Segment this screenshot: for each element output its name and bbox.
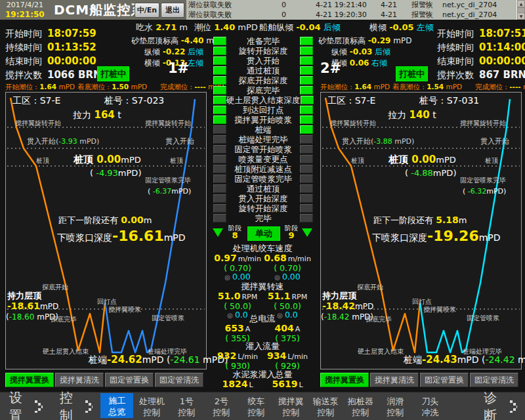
alarm-row[interactable]: 潮位获取失败04-21 19:20:304-21报警恢net.yc_di_270… <box>186 10 525 20</box>
status-cell-left <box>213 106 226 114</box>
meter-value: 934 <box>267 350 286 361</box>
status-cell-right <box>301 96 314 104</box>
pipe-clean-button[interactable]: 固定管清洗 <box>155 373 203 387</box>
meter-unit: A <box>295 325 301 333</box>
status-row: 完毕 <box>210 213 315 223</box>
chart-annotation: 贯入开始(-3.93 mPD) <box>27 136 99 146</box>
status-label: 固定管开始喷浆 <box>226 144 300 154</box>
nav-tab-line1: 绞车 <box>242 396 270 407</box>
nav-tab-抱桩器控制[interactable]: 抱桩器控制 <box>344 395 377 419</box>
nav-tab-施工总览[interactable]: 施工总览 <box>100 393 133 418</box>
meter-main-left: 0.97m/min <box>213 253 262 264</box>
pile-end-unit: mPD <box>457 354 479 365</box>
exit-button[interactable]: 退出 <box>161 3 184 18</box>
single-mode-button[interactable]: 单动 <box>247 226 280 241</box>
meter-values: 51.0RPM51.1RPM <box>210 291 315 302</box>
meter-setpoints: ( 50.0)( 50.0) <box>210 302 315 310</box>
nav-tab-绞车控制[interactable]: 绞车控制 <box>240 395 272 419</box>
nav-tab-line2: 冲洗 <box>415 407 444 418</box>
bearing-layer-label: 持力层顶 <box>7 291 41 301</box>
wing-replace-button[interactable]: 搅拌翼置换 <box>320 373 369 387</box>
chart-annotation: -18.42mPD <box>322 301 373 311</box>
chart-annotation: 贯入开始 <box>480 136 509 146</box>
alarm-row[interactable]: 潮位获取失败04-21 19:21:404-21报警恢net.yc_di_270… <box>186 0 525 10</box>
info-label: 搅拌次数 <box>5 70 42 80</box>
status-label: 搅拌翼开始喷浆 <box>226 115 300 125</box>
language-toggle-button[interactable]: 中/En <box>135 3 159 18</box>
nav-tab-处理机控制[interactable]: 处理机控制 <box>135 395 168 419</box>
nav-tab-line2: 控制 <box>381 407 410 418</box>
status-cell-right <box>300 155 313 163</box>
pile-end-value: -24.62 <box>107 354 142 366</box>
status-cell-right <box>300 37 313 45</box>
nav-tab-刀头冲洗[interactable]: 刀头冲洗 <box>413 395 446 419</box>
meter-title: 搅拌翼转速 <box>210 282 315 291</box>
meter-unit: RPM <box>242 293 257 301</box>
status-cell-right <box>300 175 313 183</box>
status-row: 桩端处理完毕 <box>210 135 315 144</box>
chart-annotation: 搅拌翼喷浆 <box>108 305 141 314</box>
chart-annotation: 搅拌翼旋转开始 <box>15 119 61 128</box>
sand-value: -0.29 <box>368 36 391 45</box>
alarm-scrollbar[interactable]: ▲ ▼ <box>516 0 525 20</box>
status-cell-left <box>213 76 226 85</box>
info-value: 00:00:00 <box>479 55 525 67</box>
nav-tab-2号控制[interactable]: 2号控制 <box>205 395 238 419</box>
info-row: 搅拌次数1066 BRN <box>5 69 102 81</box>
info-row: 结束时间00:00:00 <box>437 55 525 68</box>
nav-tab-1号控制[interactable]: 1号控制 <box>170 395 203 419</box>
alarm-date: 4-21 <box>381 0 411 10</box>
nav-menu-diagnosis[interactable]: 诊断 <box>484 389 505 420</box>
alarm-date: 4-21 <box>381 10 411 20</box>
nav-tab-line1: 施工 <box>102 395 131 406</box>
wing-clean-button[interactable]: 搅拌翼清洗 <box>55 373 104 387</box>
chart-annotation: ( -6.37mPD) <box>148 187 191 196</box>
pen-start-right-label: 贯入开始 <box>480 137 509 146</box>
tide-value: ---- <box>509 83 520 91</box>
wing-clean-button[interactable]: 搅拌翼清洗 <box>370 373 419 387</box>
hard-layer-end-label: 硬土层贯入结束 <box>43 348 89 355</box>
pipe-replace-button[interactable]: 固定管置换 <box>420 373 469 387</box>
tide-value: 1.54 <box>427 83 444 91</box>
tide-unit: mPD <box>446 83 463 91</box>
status-cell-left <box>213 184 226 193</box>
pile-top-alt-value: -4.88 <box>411 168 433 178</box>
nav-menu-settings[interactable]: 设置 <box>9 389 31 420</box>
rotate-start-left-label: 搅拌翼旋转开始 <box>330 119 376 127</box>
fixed-grout-label: 固定管喷浆 <box>152 314 184 322</box>
nozzle-depth-unit: mPD <box>164 232 186 243</box>
nav-tab-line2: 控制 <box>276 407 305 418</box>
nav-tab-输送泵控制[interactable]: 输送泵控制 <box>309 395 342 419</box>
pile-top-left-label: 桩顶 <box>351 157 364 164</box>
scroll-down-icon[interactable]: ▼ <box>517 12 525 20</box>
next-stage-unit: m <box>459 215 467 225</box>
alarm-list[interactable]: 潮位获取失败04-21 19:21:404-21报警恢net.yc_di_270… <box>186 0 525 20</box>
info-label: 开始时间 <box>437 28 474 39</box>
meter-main-left: 51.0RPM <box>213 291 262 302</box>
status-label: 贯入开始深度 <box>226 194 300 203</box>
meter-unit: m/min <box>238 255 261 263</box>
machine-panel-1: 开始时间18:07:59持续时间01:13:52结束时间00:00:00搅拌次数… <box>0 20 210 392</box>
probe-done-label: 探底完毕 <box>51 316 77 323</box>
nav-tab-搅拌翼控制[interactable]: 搅拌翼控制 <box>274 395 307 419</box>
status-row: 探底完毕 <box>210 85 315 95</box>
nav-tab-line2: 控制 <box>207 407 236 418</box>
chart-annotation: 固定管喷浆完毕 <box>460 176 506 185</box>
info-label: 搅拌次数 <box>437 70 474 80</box>
meter-unit: m/min <box>288 255 311 263</box>
scroll-up-icon[interactable]: ▲ <box>517 0 525 7</box>
pipe-replace-button[interactable]: 固定管置换 <box>105 373 154 387</box>
bearing-layer-alt-value: -18.60 <box>9 312 35 322</box>
pipe-clean-button[interactable]: 固定管清洗 <box>470 373 518 387</box>
chart-annotation: 桩端-24.43mPD (-24.42 mPD) <box>404 354 525 366</box>
meter-aux-right: ◎0.00 <box>262 272 312 282</box>
wing-replace-button[interactable]: 搅拌翼置换 <box>5 373 54 387</box>
nav-menu-control[interactable]: 控制 <box>60 389 81 420</box>
chart-annotation: 桩顶 <box>485 156 498 165</box>
nav-tab-润滑控制[interactable]: 润滑控制 <box>379 395 411 419</box>
meter-unit: L <box>249 381 253 389</box>
tide-label: 着底潮位 : <box>392 83 425 91</box>
bearing-layer-value: -18.42 <box>322 301 355 311</box>
pile-end-unit: mPD <box>142 354 164 365</box>
alarm-tag: net.yc_di_2704 <box>442 0 525 10</box>
